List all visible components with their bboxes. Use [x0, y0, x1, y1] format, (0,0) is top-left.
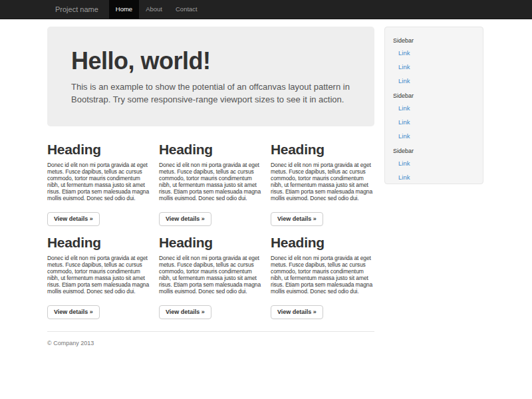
- top-navbar: Project name Home About Contact: [0, 0, 532, 19]
- sidebar-group-1: Sidebar Link Link Link: [385, 33, 483, 88]
- view-details-button[interactable]: View details »: [47, 305, 100, 319]
- card-body-text: Donec id elit non mi porta gravida at eg…: [271, 255, 374, 295]
- card-heading: Heading: [159, 141, 263, 158]
- sidebar-link[interactable]: Link: [385, 60, 483, 74]
- card-heading: Heading: [47, 141, 151, 158]
- card-body-text: Donec id elit non mi porta gravida at eg…: [47, 162, 151, 201]
- card-body-text: Donec id elit non mi porta gravida at eg…: [159, 162, 263, 201]
- card: Heading Donec id elit non mi porta gravi…: [47, 234, 151, 319]
- sidebar-link[interactable]: Link: [385, 115, 483, 129]
- card-heading: Heading: [271, 141, 374, 158]
- cards-row-1: Heading Donec id elit non mi porta gravi…: [47, 141, 374, 226]
- jumbotron-description: This is an example to show the potential…: [71, 81, 350, 106]
- sidebar-link[interactable]: Link: [385, 156, 483, 170]
- navbar-inner: Project name Home About Contact: [47, 0, 485, 19]
- sidebar-heading: Sidebar: [385, 88, 483, 101]
- view-details-button[interactable]: View details »: [271, 212, 323, 226]
- page-container: Hello, world! This is an example to show…: [47, 27, 485, 367]
- page-footer: © Company 2013: [47, 331, 374, 367]
- card-body-text: Donec id elit non mi porta gravida at eg…: [159, 255, 263, 295]
- sidebar-link[interactable]: Link: [385, 74, 483, 88]
- hero-row: Hello, world! This is an example to show…: [47, 27, 485, 367]
- nav-item-about[interactable]: About: [139, 0, 169, 19]
- sidebar-link[interactable]: Link: [385, 46, 483, 60]
- sidebar-group-2: Sidebar Link Link Link: [385, 88, 483, 143]
- sidebar-link[interactable]: Link: [385, 129, 483, 143]
- nav-item-contact[interactable]: Contact: [169, 0, 204, 19]
- view-details-button[interactable]: View details »: [159, 305, 211, 319]
- card: Heading Donec id elit non mi porta gravi…: [271, 141, 374, 226]
- sidebar-heading: Sidebar: [385, 143, 483, 156]
- page-title: Hello, world!: [71, 48, 350, 74]
- card: Heading Donec id elit non mi porta gravi…: [271, 234, 374, 319]
- jumbotron: Hello, world! This is an example to show…: [47, 27, 374, 126]
- view-details-button[interactable]: View details »: [271, 305, 323, 319]
- sidebar-heading: Sidebar: [385, 33, 483, 46]
- card: Heading Donec id elit non mi porta gravi…: [47, 141, 151, 226]
- card: Heading Donec id elit non mi porta gravi…: [159, 141, 263, 226]
- main-column: Hello, world! This is an example to show…: [47, 27, 374, 367]
- view-details-button[interactable]: View details »: [159, 212, 211, 226]
- card-heading: Heading: [271, 234, 374, 251]
- sidebar-link[interactable]: Link: [385, 101, 483, 115]
- view-details-button[interactable]: View details »: [47, 212, 100, 226]
- card-heading: Heading: [47, 234, 151, 251]
- card-body-text: Donec id elit non mi porta gravida at eg…: [271, 162, 374, 201]
- navbar-menu: Home About Contact: [109, 0, 204, 19]
- copyright-text: © Company 2013: [47, 340, 374, 347]
- cards-row-2: Heading Donec id elit non mi porta gravi…: [47, 234, 374, 319]
- sidebar-group-3: Sidebar Link Link: [385, 143, 483, 184]
- card-body-text: Donec id elit non mi porta gravida at eg…: [47, 255, 151, 295]
- nav-item-home[interactable]: Home: [109, 0, 139, 19]
- sidebar: Sidebar Link Link Link Sidebar Link Link…: [384, 27, 483, 184]
- brand-link[interactable]: Project name: [47, 0, 109, 19]
- sidebar-link[interactable]: Link: [385, 170, 483, 184]
- card: Heading Donec id elit non mi porta gravi…: [159, 234, 263, 319]
- card-heading: Heading: [159, 234, 263, 251]
